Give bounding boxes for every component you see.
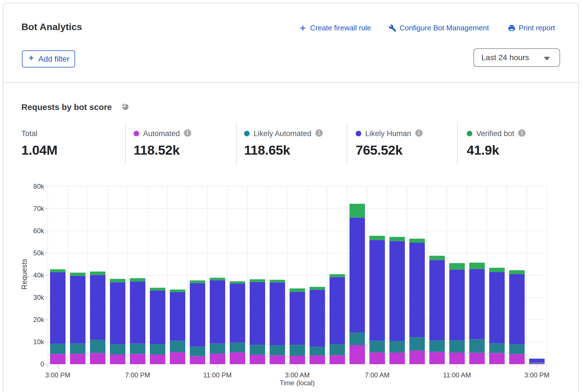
bar-segment bbox=[210, 278, 225, 280]
bar-segment bbox=[50, 354, 66, 364]
bar-segment bbox=[290, 292, 305, 345]
bar-segment bbox=[509, 274, 525, 344]
bar-segment bbox=[90, 272, 105, 275]
bar-segment bbox=[170, 292, 185, 341]
bar-segment bbox=[409, 351, 425, 364]
bar-segment bbox=[489, 343, 505, 353]
bar-segment bbox=[489, 268, 505, 272]
y-tick-label: 10k bbox=[33, 338, 44, 346]
bar-segment bbox=[110, 355, 125, 364]
stat-value: 41.9k bbox=[467, 142, 525, 158]
wrench-icon bbox=[389, 24, 396, 32]
add-filter-button[interactable]: Add filter bbox=[22, 50, 75, 67]
bar-segment bbox=[369, 240, 385, 341]
bar-segment bbox=[50, 344, 66, 354]
stat-automated: Automated 118.52k bbox=[134, 129, 191, 158]
section-heading: Requests by bot score bbox=[21, 102, 112, 112]
bar-segment bbox=[349, 218, 365, 333]
bar-segment bbox=[330, 274, 345, 277]
y-tick-label: 30k bbox=[33, 294, 44, 301]
pie-chart-icon bbox=[121, 102, 129, 112]
bar-segment bbox=[230, 352, 245, 364]
bar-segment bbox=[469, 269, 485, 339]
configure-bot-management-link[interactable]: Configure Bot Management bbox=[389, 24, 489, 32]
bar-segment bbox=[429, 352, 445, 364]
bar-segment bbox=[170, 352, 185, 364]
bar-segment bbox=[90, 340, 105, 353]
x-tick-label: 11:00 PM bbox=[203, 371, 232, 379]
bar-segment bbox=[509, 354, 525, 364]
bar-segment bbox=[369, 341, 385, 352]
y-tick-label: 20k bbox=[33, 316, 44, 323]
x-axis-title: Time (local) bbox=[280, 379, 315, 387]
print-report-link[interactable]: Print report bbox=[508, 24, 555, 32]
bar-segment bbox=[469, 353, 485, 364]
bar-segment bbox=[529, 359, 545, 359]
printer-icon bbox=[508, 24, 516, 32]
bar-segment bbox=[349, 204, 365, 218]
bar-segment bbox=[230, 281, 245, 283]
info-icon[interactable] bbox=[415, 129, 423, 138]
y-tick-label: 0 bbox=[40, 360, 44, 368]
likely-automated-dot bbox=[244, 131, 250, 136]
bar-segment bbox=[270, 282, 285, 345]
stat-value: 118.65k bbox=[244, 142, 323, 158]
y-tick-label: 70k bbox=[33, 205, 44, 212]
plus-icon bbox=[299, 24, 307, 32]
bar-segment bbox=[469, 339, 485, 353]
create-firewall-rule-link[interactable]: Create firewall rule bbox=[299, 24, 371, 32]
bar-segment bbox=[210, 280, 225, 343]
stat-likely-automated: Likely Automated 118.65k bbox=[244, 129, 323, 158]
bar-segment bbox=[190, 356, 205, 364]
time-range-dropdown[interactable]: Last 24 hours bbox=[473, 48, 560, 67]
bar-segment bbox=[409, 243, 425, 337]
bar-segment bbox=[330, 355, 345, 364]
bar-segment bbox=[150, 290, 165, 344]
bar-segment bbox=[529, 363, 545, 364]
stat-verified-bot: Verified bot 41.9k bbox=[467, 129, 525, 158]
plus-icon bbox=[28, 54, 35, 64]
bar-segment bbox=[389, 353, 405, 364]
bar-segment bbox=[270, 280, 285, 282]
bar-segment bbox=[489, 353, 505, 364]
bar-segment bbox=[210, 354, 225, 364]
likely-human-dot bbox=[356, 131, 361, 136]
bar-segment bbox=[509, 344, 525, 354]
x-tick-label: 3:00 PM bbox=[45, 371, 70, 379]
bar-segment bbox=[130, 344, 145, 354]
info-icon[interactable] bbox=[518, 129, 525, 138]
bar-segment bbox=[70, 273, 85, 276]
bar-segment bbox=[429, 340, 445, 352]
bar-segment bbox=[110, 279, 125, 282]
bar-segment bbox=[349, 333, 365, 345]
bar-segment bbox=[150, 288, 165, 290]
info-icon[interactable] bbox=[184, 129, 191, 138]
stat-divider bbox=[236, 122, 237, 165]
x-tick-label: 7:00 PM bbox=[125, 371, 150, 379]
bar-segment bbox=[190, 347, 205, 356]
header-divider bbox=[3, 82, 578, 83]
bar-segment bbox=[110, 344, 125, 355]
bar-segment bbox=[170, 290, 185, 292]
chevron-down-icon bbox=[544, 57, 550, 60]
y-tick-label: 40k bbox=[33, 271, 44, 279]
bar-segment bbox=[290, 345, 305, 356]
y-tick-label: 50k bbox=[33, 249, 44, 257]
y-tick-label: 60k bbox=[33, 227, 44, 235]
bar-segment bbox=[50, 269, 66, 272]
bar-segment bbox=[389, 237, 405, 241]
bar-segment bbox=[409, 337, 425, 350]
bar-segment bbox=[349, 345, 365, 364]
bar-segment bbox=[369, 236, 385, 240]
x-tick-label: 7:00 AM bbox=[365, 371, 389, 379]
info-icon[interactable] bbox=[315, 129, 323, 138]
stat-label: Verified bot bbox=[476, 129, 514, 138]
bar-segment bbox=[509, 270, 525, 274]
x-tick-label: 3:00 AM bbox=[285, 371, 310, 379]
stat-label: Total bbox=[21, 129, 37, 138]
stat-value: 1.04M bbox=[21, 142, 57, 158]
x-tick-label: 3:00 PM bbox=[524, 371, 549, 379]
bar-segment bbox=[90, 275, 105, 340]
stat-divider bbox=[125, 122, 126, 165]
bar-segment bbox=[529, 362, 545, 363]
